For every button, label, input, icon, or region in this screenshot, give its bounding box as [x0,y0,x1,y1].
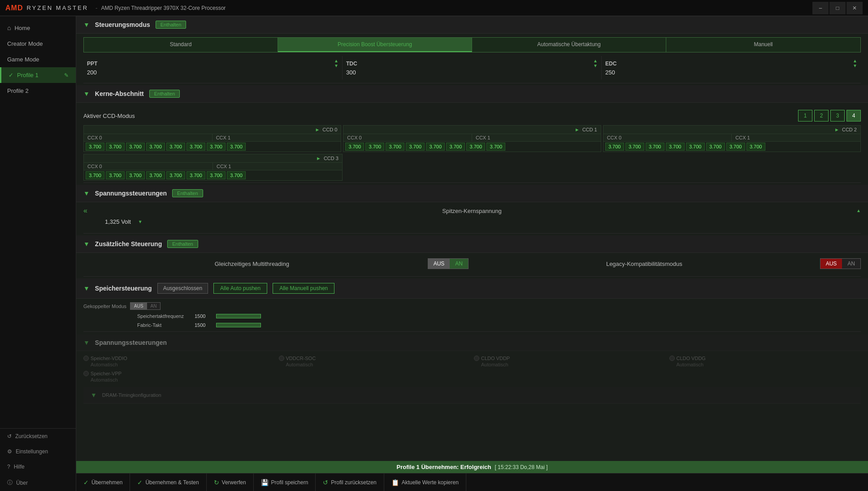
ccd2-f5: 3.700 [706,143,725,151]
ubernehmen-button[interactable]: ✓ Übernehmen [76,474,130,491]
edc-up-arrow[interactable]: ▲ [853,59,857,63]
zusatz-chevron[interactable]: ▼ [83,240,90,248]
tab-auto-overclock[interactable]: Automatische Übertaktung [472,38,666,52]
peak-down-arrow[interactable]: ▼ [138,220,143,224]
tdc-up-arrow[interactable]: ▲ [593,59,598,63]
legacy-off-button[interactable]: AUS [820,259,842,269]
ccd3-f6: 3.700 [207,171,226,179]
sidebar-item-settings[interactable]: ⚙ Einstellungen [0,444,76,459]
ppt-item: PPT ▲ ▼ 200 [83,56,343,79]
steuerungsmodus-header: ▼ Steuerungsmodus Enthalten [76,16,868,34]
tab-manual[interactable]: Manuell [666,38,860,52]
tab-standard[interactable]: Standard [84,38,278,52]
aktiver-ccd-label: Aktiver CCD-Modus [83,113,135,119]
ccd-btn-4[interactable]: 4 [846,110,861,122]
ccd1-f6: 3.700 [466,143,485,151]
ccd1-arrow: ► [575,127,580,132]
gekoppelt-aus-btn[interactable]: AUS [130,303,147,309]
steuerungsmodus-title: Steuerungsmodus [95,21,150,28]
speicher-chevron[interactable]: ▼ [83,285,90,292]
profil-speichern-button[interactable]: 💾 Profil speichern [254,474,316,491]
ccd-btn-2[interactable]: 2 [814,110,829,122]
sidebar: ⌂ Home Creator Mode Game Mode ✓ Profile … [0,16,76,491]
auto-push-button[interactable]: Alle Auto pushen [213,283,267,294]
ubernehmen-label: Übernehmen [91,479,122,486]
title-bar: AMD RYZEN MASTER - AMD Ryzen Threadrippe… [0,0,868,16]
mt-off-button[interactable]: AUS [428,259,450,269]
ccd1-block: ► CCD 1 CCX 0 CCX 1 3.700 3.700 3.700 3.… [343,125,601,152]
ubernehmen-testen-label: Übernehmen & Testen [145,479,199,486]
sidebar-item-game[interactable]: Game Mode [0,52,76,67]
spannungs-section: « Spitzen-Kernspannung ▲ 1,325 Volt ▼ [76,202,868,231]
ubernehmen-testen-button[interactable]: ✓ Übernehmen & Testen [130,474,206,491]
dram-chevron[interactable]: ▼ [91,391,97,399]
ccd0-f5: 3.700 [187,143,205,151]
sidebar-item-creator[interactable]: Creator Mode [0,36,76,52]
sidebar-item-profile1[interactable]: ✓ Profile 1 ✎ [0,67,76,83]
speicher-badge-btn[interactable]: Ausgeschlossen [157,283,208,294]
spannungs-chevron[interactable]: ▼ [83,190,90,197]
edc-down-arrow[interactable]: ▼ [853,64,857,68]
steuerungsmodus-badge: Enthalten [156,21,186,29]
voltage-sub-chevron[interactable]: ▼ [83,339,90,346]
gekoppelt-label: Gekoppelter Modus [83,304,126,309]
ccd1-f3: 3.700 [406,143,425,151]
peak-up-arrow[interactable]: ▲ [856,209,861,213]
fabric-bar [216,323,261,327]
maximize-button[interactable]: □ [829,2,846,14]
voltage-sub-header-row: ▼ Spannungssteuerungen [76,335,868,351]
ppt-down-arrow[interactable]: ▼ [334,64,339,68]
fabric-row: Fabric-Takt 1500 [137,322,861,328]
voltage-name-0: Speicher-VDDIO [91,356,127,361]
edit-icon[interactable]: ✎ [64,72,69,78]
close-button[interactable]: ✕ [846,2,863,14]
tdc-down-arrow[interactable]: ▼ [593,64,598,68]
gekoppelt-an-btn[interactable]: AN [147,303,161,309]
ccd2-title: CCD 2 [842,127,857,132]
ccd-btn-1[interactable]: 1 [798,110,812,122]
voltage-circle-1 [279,356,284,361]
sidebar-item-profile2[interactable]: Profile 2 [0,83,76,99]
ccd2-ccx0-label: CCX 0 [603,134,732,141]
sidebar-item-about[interactable]: ⓘ Über [0,474,76,491]
divider2 [83,182,861,183]
legacy-toggle-group: AUS AN [820,258,861,269]
status-bar: Profile 1 Übernehmen: Erfolgreich [ 15:2… [76,461,868,473]
sidebar-item-home[interactable]: ⌂ Home [0,20,76,36]
sidebar-item-reset[interactable]: ↺ Zurücksetzen [0,429,76,444]
aktuelle-werte-button[interactable]: 📋 Aktuelle Werte kopieren [384,474,466,491]
kerne-chevron[interactable]: ▼ [83,90,90,97]
ccd-btn-3[interactable]: 3 [830,110,845,122]
taktfreq-value: 1500 [195,313,213,319]
kerne-badge: Enthalten [149,90,180,98]
collapse-icon[interactable]: « [83,207,87,215]
minimize-button[interactable]: – [812,2,829,14]
profil-zurucksetzen-button[interactable]: ↺ Profil zurücksetzen [316,474,384,491]
ccd3-freqs: 3.700 3.700 3.700 3.700 3.700 3.700 3.70… [84,170,342,180]
ccd3-f2: 3.700 [126,171,145,179]
mt-on-button[interactable]: AN [450,259,468,269]
sidebar-item-help[interactable]: ? Hilfe [0,459,76,474]
voltage-circle-3 [669,356,675,361]
kerne-header: ▼ Kerne-Abschnitt Enthalten [76,85,868,103]
verwerfen-button[interactable]: ↻ Verwerfen [207,474,254,491]
legacy-on-button[interactable]: AN [842,259,860,269]
profil-zurucksetzen-icon: ↺ [323,479,328,486]
tab-precision-boost[interactable]: Precision Boost Übersteuerung [278,38,472,52]
sidebar-bottom: ↺ Zurücksetzen ⚙ Einstellungen ? Hilfe ⓘ… [0,428,76,491]
voltage-item-2: CLDO VDDP Automatisch [474,356,666,367]
manual-push-button[interactable]: Alle Manuell pushen [273,283,334,294]
sidebar-settings-label: Einstellungen [16,448,48,455]
ccd2-block: ► CCD 2 CCX 0 CCX 1 3.700 3.700 3.700 3.… [603,125,861,152]
tdc-arrows: ▲ ▼ [593,59,598,68]
status-text: Profile 1 Übernehmen: Erfolgreich [396,464,491,470]
divider1 [83,83,861,83]
ccd3-f7: 3.700 [227,171,246,179]
mt-row: Gleichzeitiges Multithreading AUS AN Leg… [83,255,861,273]
ccd2-f6: 3.700 [726,143,745,151]
kerne-title: Kerne-Abschnitt [95,90,144,97]
ppt-up-arrow[interactable]: ▲ [334,59,339,63]
ccd2-f3: 3.700 [666,143,685,151]
steuerungsmodus-chevron[interactable]: ▼ [83,21,90,28]
ccd3-arrow: ► [316,156,321,161]
